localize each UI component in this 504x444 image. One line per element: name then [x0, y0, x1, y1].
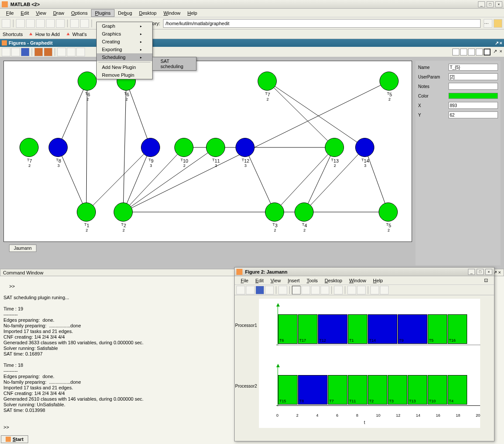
fig2-save-icon[interactable] [255, 286, 264, 294]
prop-color-swatch[interactable] [448, 93, 498, 99]
figure2-window[interactable]: Figure 2: Jaumann _ □ × File Edit View I… [234, 267, 494, 441]
fig2-pointer-icon[interactable] [278, 286, 287, 294]
node-T3[interactable] [265, 202, 284, 222]
fig-save-icon[interactable] [21, 48, 29, 56]
dropdown-exporting[interactable]: Exporting▸ [97, 46, 152, 53]
shortcut-howto[interactable]: 🔺 How to Add [28, 31, 59, 37]
node-T5[interactable] [380, 72, 399, 91]
prop-x-field[interactable]: 893 [448, 102, 498, 109]
copy-icon[interactable] [26, 19, 35, 28]
menu-plugins[interactable]: Plugins [91, 9, 115, 17]
fig2-pan-icon[interactable] [311, 286, 320, 294]
maximize-button[interactable]: □ [487, 1, 494, 7]
undock-icon[interactable]: ↗ [495, 40, 499, 46]
prop-y-field[interactable]: 62 [448, 111, 498, 118]
simulink-icon[interactable] [70, 19, 79, 28]
dropdown-graphics[interactable]: Graphics▸ [97, 30, 152, 38]
fig-copy-icon[interactable] [67, 48, 75, 56]
layout4-icon[interactable] [476, 49, 483, 56]
node-T2[interactable] [114, 202, 133, 222]
submenu-sat-scheduling[interactable]: SAT scheduling [153, 57, 196, 70]
fig2-open-icon[interactable] [246, 286, 255, 294]
node-T8[interactable] [49, 138, 68, 157]
prop-notes-field[interactable] [448, 83, 498, 90]
fig2-menu-help[interactable]: Help [370, 277, 386, 284]
fig2-menu-window[interactable]: Window [346, 277, 370, 284]
node-T4[interactable] [295, 202, 314, 222]
prop-userparam-field[interactable]: [2] [448, 73, 498, 80]
paste-icon[interactable] [36, 19, 45, 28]
node-T1[interactable] [77, 202, 96, 222]
menu-draw[interactable]: Draw [49, 10, 68, 16]
layout2-icon[interactable] [460, 49, 467, 56]
fig2-minimize-button[interactable]: _ [468, 269, 475, 275]
fig2-new-icon[interactable] [236, 286, 245, 294]
node-T7b[interactable] [20, 138, 39, 157]
node-T9[interactable] [141, 138, 160, 157]
fig2-menu-view[interactable]: View [267, 277, 285, 284]
start-button[interactable]: Start [1, 435, 28, 443]
fig2-maximize-button[interactable]: □ [477, 269, 484, 275]
undo-icon[interactable] [46, 19, 55, 28]
fig2-menu-insert[interactable]: Insert [284, 277, 303, 284]
fig-undock-icon[interactable]: ↗ [493, 49, 497, 56]
dropdown-add-plugin[interactable]: Add New Plugin [97, 63, 152, 71]
guide-icon[interactable] [80, 19, 89, 28]
fig2-showplot-icon[interactable] [380, 286, 389, 294]
fig2-docking-icon[interactable]: ⊡ [481, 277, 491, 284]
node-T12[interactable] [236, 138, 255, 157]
fig2-zoomin-icon[interactable] [292, 286, 301, 294]
browse-icon[interactable]: … [484, 19, 492, 28]
menu-edit[interactable]: Edit [17, 10, 33, 16]
sheet-tab[interactable]: Jaumann [9, 245, 36, 252]
node-T14[interactable] [355, 138, 374, 157]
menu-debug[interactable]: Debug [115, 10, 135, 16]
menu-view[interactable]: View [33, 10, 50, 16]
fig2-close-button[interactable]: × [485, 269, 492, 275]
fig-new-icon[interactable] [2, 48, 10, 56]
fig-paste-icon[interactable] [76, 48, 85, 56]
fig2-menu-desktop[interactable]: Desktop [321, 277, 346, 284]
fig2-hideplot-icon[interactable] [370, 286, 379, 294]
layout5-icon[interactable] [484, 49, 491, 56]
fig2-print-icon[interactable] [265, 286, 274, 294]
fig2-rotate-icon[interactable] [321, 286, 329, 294]
layout1-icon[interactable] [452, 49, 459, 56]
dropdown-graph[interactable]: Graph▸ [97, 22, 152, 30]
fig-open-icon[interactable] [11, 48, 20, 56]
cut-icon[interactable] [16, 19, 25, 28]
menu-window[interactable]: Window [160, 10, 184, 16]
fig2-legend-icon[interactable] [357, 286, 366, 294]
dropdown-creating[interactable]: Creating▸ [97, 38, 152, 46]
fig-close-icon[interactable]: × [500, 49, 502, 56]
graph-canvas[interactable]: Jaumann T62T62T72T52T72T83T93T102T112T12… [3, 61, 412, 242]
node-T11[interactable] [206, 138, 225, 157]
prop-name-field[interactable]: T_{5} [448, 64, 498, 71]
redo-icon[interactable] [56, 19, 65, 28]
layout3-icon[interactable] [468, 49, 475, 56]
fig2-zoomout-icon[interactable] [301, 286, 310, 294]
fig-tool2-icon[interactable] [44, 48, 52, 56]
menu-file[interactable]: File [3, 10, 17, 16]
fig2-menu-file[interactable]: File [237, 277, 252, 284]
fig2-colorbar-icon[interactable] [347, 286, 356, 294]
menu-desktop[interactable]: Desktop [136, 10, 160, 16]
fig2-menu-edit[interactable]: Edit [252, 277, 267, 284]
panel-close-icon[interactable]: × [500, 40, 502, 46]
dropdown-scheduling[interactable]: Scheduling▸ [97, 53, 152, 61]
node-T13[interactable] [325, 138, 344, 157]
up-folder-icon[interactable] [494, 19, 502, 28]
node-T6[interactable] [78, 72, 97, 91]
fig-cut-icon[interactable] [57, 48, 66, 56]
dropdown-remove-plugin[interactable]: Remove Plugin [97, 71, 152, 79]
shortcut-whats[interactable]: 🔺 What's [65, 31, 87, 37]
fig2-datacursor-icon[interactable] [334, 286, 343, 294]
node-T5b[interactable] [379, 202, 398, 222]
node-T10[interactable] [174, 138, 193, 157]
fig-tool1-icon[interactable] [34, 48, 43, 56]
menu-help[interactable]: Help [184, 10, 201, 16]
menu-options[interactable]: Options [68, 10, 91, 16]
node-T7[interactable] [258, 72, 277, 91]
current-directory-field[interactable]: /home/kutilm/matlab/graphedit [163, 19, 481, 28]
new-icon[interactable] [2, 19, 10, 28]
